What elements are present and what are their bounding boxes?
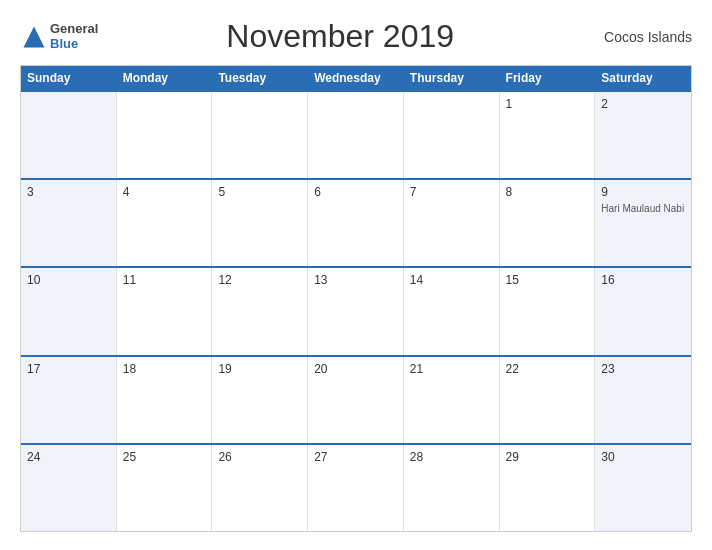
day-number: 5 <box>218 185 301 199</box>
day-number: 7 <box>410 185 493 199</box>
logo-general: General <box>50 22 98 36</box>
calendar-cell: 8 <box>500 180 596 266</box>
logo-icon <box>20 23 48 51</box>
day-number: 21 <box>410 362 493 376</box>
day-number: 22 <box>506 362 589 376</box>
calendar-cell: 13 <box>308 268 404 354</box>
day-number: 19 <box>218 362 301 376</box>
calendar-cell: 12 <box>212 268 308 354</box>
month-title: November 2019 <box>98 18 582 55</box>
calendar-row: 17181920212223 <box>21 355 691 443</box>
calendar-header-cell: Friday <box>500 66 596 90</box>
calendar-cell <box>212 92 308 178</box>
day-number: 8 <box>506 185 589 199</box>
calendar-page: General Blue November 2019 Cocos Islands… <box>0 0 712 550</box>
day-number: 10 <box>27 273 110 287</box>
header: General Blue November 2019 Cocos Islands <box>20 18 692 55</box>
calendar-cell: 29 <box>500 445 596 531</box>
day-number: 15 <box>506 273 589 287</box>
calendar-cell: 15 <box>500 268 596 354</box>
day-number: 2 <box>601 97 685 111</box>
calendar-cell: 17 <box>21 357 117 443</box>
calendar-cell: 23 <box>595 357 691 443</box>
day-number: 17 <box>27 362 110 376</box>
calendar-cell: 24 <box>21 445 117 531</box>
day-number: 20 <box>314 362 397 376</box>
logo: General Blue <box>20 22 98 51</box>
calendar-header-cell: Monday <box>117 66 213 90</box>
calendar-cell: 25 <box>117 445 213 531</box>
day-number: 9 <box>601 185 685 199</box>
calendar-cell: 19 <box>212 357 308 443</box>
day-number: 4 <box>123 185 206 199</box>
calendar-header-cell: Sunday <box>21 66 117 90</box>
day-number: 18 <box>123 362 206 376</box>
calendar-header-cell: Saturday <box>595 66 691 90</box>
calendar-cell: 4 <box>117 180 213 266</box>
day-number: 1 <box>506 97 589 111</box>
calendar-header: SundayMondayTuesdayWednesdayThursdayFrid… <box>21 66 691 90</box>
day-number: 25 <box>123 450 206 464</box>
logo-blue: Blue <box>50 37 98 51</box>
day-number: 30 <box>601 450 685 464</box>
calendar-cell: 2 <box>595 92 691 178</box>
calendar-cell: 1 <box>500 92 596 178</box>
day-number: 23 <box>601 362 685 376</box>
day-number: 14 <box>410 273 493 287</box>
calendar-cell: 16 <box>595 268 691 354</box>
calendar-cell <box>21 92 117 178</box>
day-number: 27 <box>314 450 397 464</box>
calendar-cell: 22 <box>500 357 596 443</box>
day-number: 13 <box>314 273 397 287</box>
calendar-row: 24252627282930 <box>21 443 691 531</box>
calendar-header-cell: Wednesday <box>308 66 404 90</box>
calendar-body: 123456789Hari Maulaud Nabi10111213141516… <box>21 90 691 531</box>
day-number: 6 <box>314 185 397 199</box>
calendar-cell: 30 <box>595 445 691 531</box>
calendar-cell: 7 <box>404 180 500 266</box>
calendar-header-cell: Thursday <box>404 66 500 90</box>
day-number: 28 <box>410 450 493 464</box>
day-number: 16 <box>601 273 685 287</box>
calendar-cell: 14 <box>404 268 500 354</box>
calendar-cell <box>308 92 404 178</box>
day-number: 24 <box>27 450 110 464</box>
calendar-cell: 6 <box>308 180 404 266</box>
day-number: 26 <box>218 450 301 464</box>
calendar-cell: 28 <box>404 445 500 531</box>
calendar-cell: 18 <box>117 357 213 443</box>
day-number: 11 <box>123 273 206 287</box>
calendar-cell: 3 <box>21 180 117 266</box>
calendar-cell <box>404 92 500 178</box>
event-label: Hari Maulaud Nabi <box>601 202 685 215</box>
region: Cocos Islands <box>582 29 692 45</box>
calendar-row: 10111213141516 <box>21 266 691 354</box>
calendar-cell: 27 <box>308 445 404 531</box>
calendar-cell: 9Hari Maulaud Nabi <box>595 180 691 266</box>
logo-text: General Blue <box>50 22 98 51</box>
calendar-cell <box>117 92 213 178</box>
calendar: SundayMondayTuesdayWednesdayThursdayFrid… <box>20 65 692 532</box>
calendar-cell: 5 <box>212 180 308 266</box>
calendar-cell: 10 <box>21 268 117 354</box>
calendar-cell: 21 <box>404 357 500 443</box>
calendar-cell: 26 <box>212 445 308 531</box>
day-number: 12 <box>218 273 301 287</box>
day-number: 29 <box>506 450 589 464</box>
calendar-row: 12 <box>21 90 691 178</box>
calendar-row: 3456789Hari Maulaud Nabi <box>21 178 691 266</box>
calendar-cell: 20 <box>308 357 404 443</box>
calendar-cell: 11 <box>117 268 213 354</box>
day-number: 3 <box>27 185 110 199</box>
calendar-header-cell: Tuesday <box>212 66 308 90</box>
